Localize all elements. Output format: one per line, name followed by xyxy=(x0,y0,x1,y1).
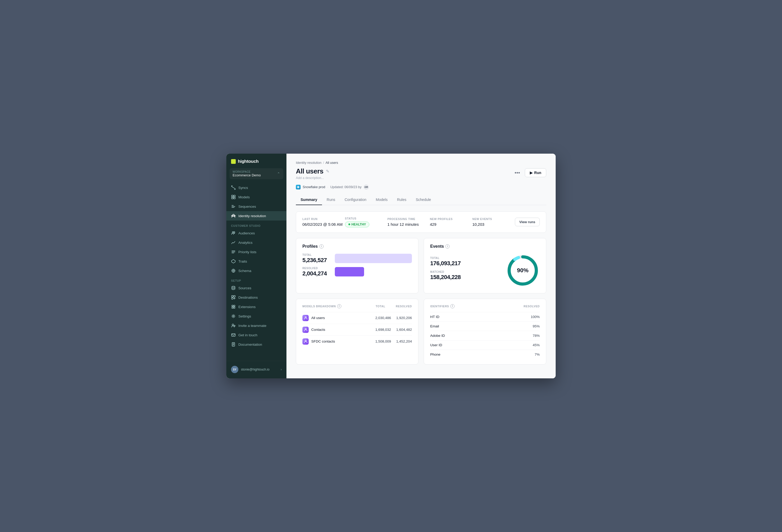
model-total-contacts: 1,698,032 xyxy=(367,328,391,331)
workspace-selector[interactable]: Workspace Ecommerce Demo ⌃ xyxy=(229,168,283,179)
identifier-htid-pct: 100% xyxy=(527,315,540,319)
col-resolved-label: RESOLVED xyxy=(396,305,412,308)
sidebar-item-models[interactable]: Models xyxy=(226,192,286,202)
priority-lists-icon xyxy=(231,250,236,254)
tab-rules[interactable]: Rules xyxy=(392,195,411,205)
sidebar-item-identity-resolution[interactable]: Identity resolution xyxy=(226,211,286,220)
new-events-label: NEW EVENTS xyxy=(472,217,515,220)
profiles-resolved-label: RESOLVED xyxy=(303,267,331,270)
svg-point-44 xyxy=(305,328,306,330)
sidebar-item-audiences[interactable]: Audiences xyxy=(226,228,286,238)
events-total-metric: TOTAL 176,093,217 xyxy=(430,257,461,267)
sidebar-item-invite-teammate[interactable]: Invite a teammate xyxy=(226,321,286,330)
customer-studio-label: CUSTOMER STUDIO xyxy=(226,220,286,228)
models-breakdown-info-icon[interactable]: i xyxy=(337,304,341,308)
tab-runs[interactable]: Runs xyxy=(322,195,340,205)
app-window: hightouch Workspace Ecommerce Demo ⌃ Syn… xyxy=(226,154,556,378)
profiles-total-label: TOTAL xyxy=(303,253,331,256)
workspace-chevron-icon: ⌃ xyxy=(277,172,280,176)
sidebar-item-sources[interactable]: Sources xyxy=(226,283,286,293)
last-run-label: LAST RUN xyxy=(303,217,345,220)
last-run-value: 06/02/2023 @ 5:06 AM xyxy=(303,222,345,226)
schema-icon xyxy=(231,268,236,273)
profiles-total-value: 5,236,527 xyxy=(303,257,331,264)
identity-resolution-icon xyxy=(231,213,236,218)
tab-summary[interactable]: Summary xyxy=(296,195,322,205)
model-icon-sfdc xyxy=(303,339,309,345)
sidebar-item-syncs[interactable]: Syncs xyxy=(226,183,286,192)
identifier-email: Email xyxy=(430,324,527,328)
model-resolved-contacts: 1,604,482 xyxy=(391,328,412,331)
edit-icon[interactable]: ✎ xyxy=(326,169,329,174)
model-total-sfdc: 1,508,009 xyxy=(367,340,391,343)
setup-label: SETUP xyxy=(226,275,286,283)
events-matched-metric: MATCHED 158,204,228 xyxy=(430,271,461,281)
svg-rect-2 xyxy=(232,197,233,199)
models-breakdown-card: MODELS BREAKDOWN i TOTAL RESOLVED All us… xyxy=(296,299,419,364)
svg-point-28 xyxy=(232,324,234,326)
donut-center-text: 90% xyxy=(517,267,529,274)
sidebar-item-documentation[interactable]: Documentation xyxy=(226,340,286,349)
events-info-icon[interactable]: i xyxy=(446,244,450,248)
sidebar-item-label: Destinations xyxy=(238,295,258,299)
view-runs-button[interactable]: View runs xyxy=(515,218,540,226)
run-button[interactable]: ▶ Run xyxy=(525,168,546,177)
identifiers-resolved-col: RESOLVED xyxy=(524,305,540,308)
source-info: Snowflake prod · Updated: 06/09/23 by OR xyxy=(296,184,546,190)
identifiers-card: IDENTIFIERS i RESOLVED HT ID 100% Email … xyxy=(424,299,546,364)
sidebar-item-traits[interactable]: Traits xyxy=(226,257,286,266)
invite-icon xyxy=(231,323,236,328)
models-breakdown-label: MODELS BREAKDOWN i xyxy=(303,304,341,308)
breadcrumb-current: All users xyxy=(325,161,338,165)
breadcrumb-parent[interactable]: Identity resolution xyxy=(296,161,321,165)
destinations-icon xyxy=(231,295,236,300)
sidebar-item-settings[interactable]: Settings xyxy=(226,312,286,321)
header-actions: ••• ▶ Run xyxy=(512,168,546,177)
page-title: All users xyxy=(296,167,323,175)
sidebar-item-sequences[interactable]: Sequences xyxy=(226,202,286,211)
identifiers-rows: HT ID 100% Email 95% Adobe ID 78% User I… xyxy=(430,312,540,359)
sidebar-item-schema[interactable]: Schema xyxy=(226,266,286,275)
tab-models[interactable]: Models xyxy=(371,195,392,205)
logo-text: hightouch xyxy=(238,159,258,164)
profiles-total-row: TOTAL 5,236,527 xyxy=(303,253,412,264)
sidebar-item-label: Sources xyxy=(238,286,251,290)
status-badge: HEALTHY xyxy=(345,221,369,227)
user-row[interactable]: SY stonie@hightouch.io › xyxy=(226,363,286,376)
sidebar-item-label: Documentation xyxy=(238,343,262,347)
identifiers-label: IDENTIFIERS i xyxy=(430,304,455,308)
stat-new-profiles: NEW PROFILES 429 xyxy=(430,217,472,226)
model-resolved-allusers: 1,920,206 xyxy=(391,316,412,320)
sidebar-item-label: Sequences xyxy=(238,205,256,209)
tab-schedule[interactable]: Schedule xyxy=(411,195,436,205)
page-description[interactable]: Add a description... xyxy=(296,176,329,180)
profiles-info-icon[interactable]: i xyxy=(319,244,324,248)
identifier-adobeid: Adobe ID xyxy=(430,334,527,338)
logo-area: hightouch xyxy=(226,154,286,168)
user-avatar: SY xyxy=(231,366,238,373)
stat-processing: PROCESSING TIME 1 hour 12 minutes xyxy=(387,217,430,226)
page-header: All users ✎ Add a description... ••• ▶ R… xyxy=(296,167,546,180)
sidebar-nav: Syncs Models Sequences Identity resoluti… xyxy=(226,182,286,361)
tab-configuration[interactable]: Configuration xyxy=(340,195,371,205)
sidebar-item-extensions[interactable]: Extensions xyxy=(226,302,286,312)
svg-rect-20 xyxy=(232,295,233,297)
sidebar-item-label: Identity resolution xyxy=(238,214,266,218)
sidebar-item-analytics[interactable]: Analytics xyxy=(226,238,286,247)
sidebar-item-get-in-touch[interactable]: Get in touch xyxy=(226,330,286,340)
sidebar-item-label: Priority lists xyxy=(238,250,256,254)
model-name-sfdc: SFDC contacts xyxy=(311,340,367,343)
breakdown-row-sfdc: SFDC contacts 1,508,009 1,452,204 xyxy=(303,335,412,347)
identifier-email-pct: 95% xyxy=(527,324,540,328)
svg-point-8 xyxy=(232,215,233,216)
sidebar-item-destinations[interactable]: Destinations xyxy=(226,293,286,302)
events-matched-value: 158,204,228 xyxy=(430,274,461,281)
more-options-button[interactable]: ••• xyxy=(512,169,522,177)
sidebar-item-priority-lists[interactable]: Priority lists xyxy=(226,247,286,257)
breadcrumb-separator: / xyxy=(323,161,324,165)
identifier-row-htid: HT ID 100% xyxy=(430,312,540,321)
sidebar-item-label: Invite a teammate xyxy=(238,324,266,328)
identifiers-info-icon[interactable]: i xyxy=(450,304,455,308)
svg-point-19 xyxy=(232,286,235,288)
identifier-userid-pct: 45% xyxy=(527,343,540,347)
